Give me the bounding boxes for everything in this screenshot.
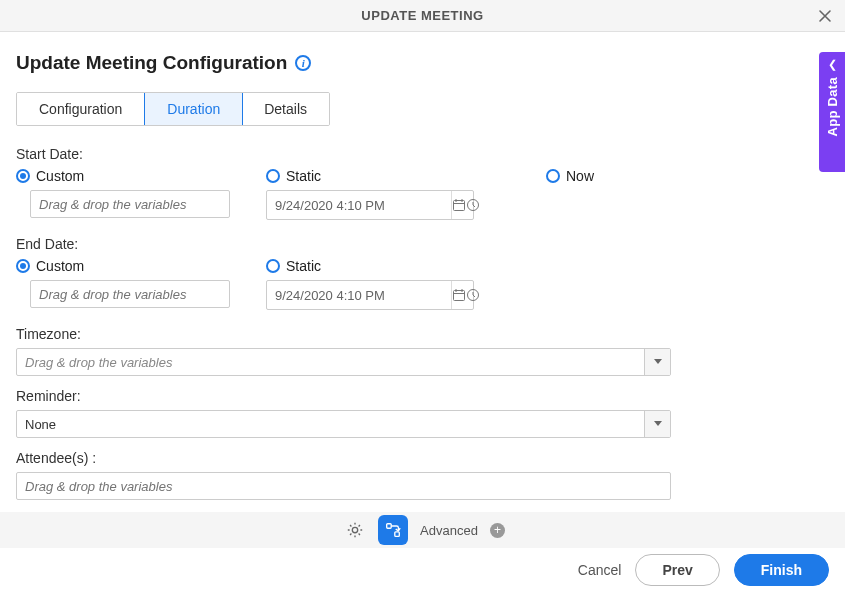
chevron-down-icon[interactable] (644, 349, 670, 375)
reminder-value: None (17, 411, 644, 437)
timezone-select[interactable]: Drag & drop the variables (16, 348, 671, 376)
end-date-custom-label: Custom (36, 258, 84, 274)
svg-point-4 (352, 527, 357, 532)
timezone-label: Timezone: (16, 326, 829, 342)
end-date-static-label: Static (286, 258, 321, 274)
gear-icon[interactable] (340, 515, 370, 545)
prev-button[interactable]: Prev (635, 554, 719, 586)
timezone-placeholder: Drag & drop the variables (17, 349, 644, 375)
add-advanced-button[interactable]: + (490, 523, 505, 538)
tab-bar: Configuration Duration Details (16, 92, 330, 126)
start-date-label: Start Date: (16, 146, 829, 162)
start-date-now-label: Now (566, 168, 594, 184)
end-date-static-input[interactable] (267, 288, 451, 303)
clock-icon[interactable] (466, 191, 480, 219)
bottom-toolbar: Advanced + (0, 512, 845, 548)
chevron-left-icon: ❮ (828, 58, 837, 71)
calendar-icon[interactable] (451, 281, 466, 309)
dialog-header: UPDATE MEETING (0, 0, 845, 32)
start-date-custom-label: Custom (36, 168, 84, 184)
svg-rect-6 (395, 532, 400, 537)
end-date-label: End Date: (16, 236, 829, 252)
dialog-title: UPDATE MEETING (361, 8, 483, 23)
svg-rect-0 (454, 201, 465, 211)
app-data-panel-toggle[interactable]: ❮ App Data (819, 52, 845, 172)
start-date-static-label: Static (286, 168, 321, 184)
reminder-label: Reminder: (16, 388, 829, 404)
tab-duration[interactable]: Duration (144, 92, 243, 126)
dialog-footer: Cancel Prev Finish (0, 549, 845, 591)
start-date-static-radio[interactable] (266, 169, 280, 183)
advanced-label: Advanced (420, 523, 478, 538)
svg-rect-2 (454, 291, 465, 301)
clock-icon[interactable] (466, 281, 480, 309)
chevron-down-icon[interactable] (644, 411, 670, 437)
attendees-label: Attendee(s) : (16, 450, 829, 466)
start-date-custom-radio[interactable] (16, 169, 30, 183)
finish-button[interactable]: Finish (734, 554, 829, 586)
info-icon[interactable]: i (295, 55, 311, 71)
start-date-now-radio[interactable] (546, 169, 560, 183)
close-icon[interactable] (815, 6, 835, 26)
calendar-icon[interactable] (451, 191, 466, 219)
tab-configuration[interactable]: Configuration (17, 93, 145, 125)
mapping-icon[interactable] (378, 515, 408, 545)
start-date-custom-input[interactable] (30, 190, 230, 218)
end-date-custom-input[interactable] (30, 280, 230, 308)
end-date-custom-radio[interactable] (16, 259, 30, 273)
cancel-button[interactable]: Cancel (578, 562, 622, 578)
svg-rect-5 (387, 524, 392, 529)
app-data-label: App Data (825, 77, 840, 136)
page-title: Update Meeting Configuration (16, 52, 287, 74)
reminder-select[interactable]: None (16, 410, 671, 438)
tab-details[interactable]: Details (242, 93, 329, 125)
end-date-static-radio[interactable] (266, 259, 280, 273)
attendees-input[interactable] (16, 472, 671, 500)
start-date-static-input[interactable] (267, 198, 451, 213)
